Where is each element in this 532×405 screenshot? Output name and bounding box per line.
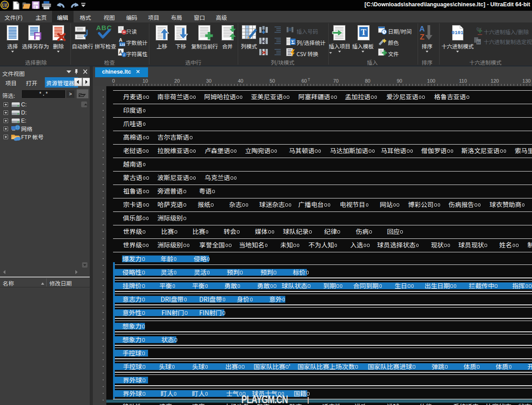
svg-text:#: # [288, 26, 292, 33]
svg-text:D:: D: [21, 110, 27, 116]
svg-text:E:: E: [21, 118, 26, 124]
svg-text:C:: C: [21, 101, 27, 108]
svg-text:123: 123 [119, 43, 125, 47]
svg-text:T: T [361, 28, 366, 37]
svg-text:UE: UE [2, 3, 8, 8]
svg-text:Σ: Σ [291, 39, 295, 45]
svg-text:Z: Z [420, 33, 424, 41]
svg-text:A: A [119, 37, 122, 43]
svg-text:A: A [419, 25, 425, 33]
svg-text:0101: 0101 [452, 30, 464, 35]
